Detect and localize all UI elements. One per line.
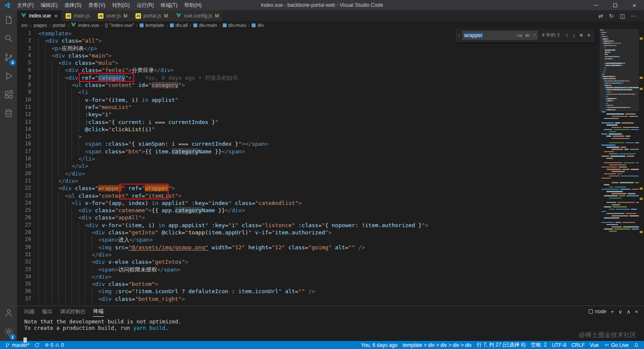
breadcrumb-item[interactable]: pages — [34, 23, 47, 28]
terminal-dropdown-chevron[interactable]: ∨ — [618, 309, 622, 315]
code-line[interactable]: 20</div> — [17, 170, 600, 177]
breadcrumb-item[interactable]: {}"index.vue" — [105, 23, 134, 28]
database-icon[interactable] — [0, 104, 17, 123]
line-number[interactable]: 33 — [17, 266, 38, 273]
menu-item[interactable]: 选择(S) — [61, 0, 85, 10]
code-line[interactable]: 15> — [17, 133, 600, 140]
history-icon[interactable]: ↻ — [609, 13, 614, 19]
line-number[interactable]: 18 — [17, 155, 38, 162]
menu-item[interactable]: 文件(F) — [14, 0, 37, 10]
line-number[interactable]: 15 — [17, 133, 38, 140]
line-number[interactable]: 31 — [17, 251, 38, 258]
line-number[interactable]: 17 — [17, 148, 38, 155]
line-number[interactable]: 9 — [17, 89, 38, 96]
line-number[interactable]: 14 — [17, 126, 38, 133]
panel-tab-输出[interactable]: 输出 — [42, 307, 53, 317]
breadcrumb-item[interactable]: src — [21, 23, 28, 28]
find-in-selection-button[interactable]: ≡ — [578, 31, 585, 39]
line-number[interactable]: 23 — [17, 192, 38, 199]
code-line[interactable]: 29<span>进入</span> — [17, 236, 600, 243]
code-line[interactable]: 35<div class="bottom"> — [17, 280, 600, 288]
breadcrumb-item[interactable]: template — [140, 23, 164, 28]
code-line[interactable]: 16<span :class="{ xianSpan: i === curren… — [17, 140, 600, 147]
code-line[interactable]: 28<div class="getInto" @click="toapp(ite… — [17, 229, 600, 236]
new-terminal-button[interactable]: + — [611, 309, 614, 315]
line-number[interactable]: 22 — [17, 185, 38, 192]
menu-item[interactable]: 终端(T) — [157, 0, 181, 10]
code-line[interactable]: 24<li v-for="(app, index) in applist" :k… — [17, 199, 600, 207]
line-number[interactable]: 24 — [17, 199, 38, 207]
find-previous-button[interactable]: ↑ — [564, 31, 571, 39]
line-number[interactable]: 13 — [17, 118, 38, 126]
maximize-button[interactable] — [606, 0, 625, 10]
tab-vue.config.js[interactable]: vue.config.jsM — [172, 10, 223, 21]
line-number[interactable]: 29 — [17, 236, 38, 243]
line-number[interactable]: 8 — [17, 81, 38, 89]
code-line[interactable]: 12:key="i" — [17, 111, 600, 118]
line-number[interactable]: 1 — [17, 30, 38, 37]
open-changes-icon[interactable]: ⇄ — [598, 13, 603, 19]
code-line[interactable]: 6<div class="fenlei">分类目录</div> — [17, 66, 600, 74]
breadcrumb-item[interactable]: portal — [53, 23, 65, 28]
source-control-icon[interactable]: 4 — [0, 48, 17, 66]
menu-item[interactable]: 运行(R) — [133, 0, 158, 10]
code-line[interactable]: 30<img src="@/assets/img/goapp.png" widt… — [17, 244, 600, 251]
code-line[interactable]: 21</div> — [17, 177, 600, 185]
breadcrumb-item[interactable]: div.all — [170, 23, 188, 28]
breadcrumb-item[interactable]: div.main — [193, 23, 217, 28]
code-line[interactable]: 8<ul class="content" id="category"> — [17, 81, 600, 89]
settings-gear-icon[interactable]: 1 — [0, 322, 17, 341]
find-toggle-replace-chevron[interactable]: › — [456, 32, 462, 38]
line-number[interactable]: 30 — [17, 244, 38, 251]
code-line[interactable]: 13:class="{ current: i === currentIndex … — [17, 118, 600, 126]
account-icon[interactable] — [0, 303, 17, 322]
explorer-icon[interactable] — [0, 10, 17, 29]
line-number[interactable]: 2 — [17, 37, 38, 44]
line-number[interactable]: 6 — [17, 66, 38, 74]
minimize-button[interactable] — [586, 0, 606, 10]
line-number[interactable]: 20 — [17, 170, 38, 177]
code-line[interactable]: 37<div class="bottom_right"> — [17, 295, 600, 303]
line-number[interactable]: 27 — [17, 222, 38, 229]
code-line[interactable]: 34</div> — [17, 273, 600, 280]
panel-tab-调试控制台[interactable]: 调试控制台 — [60, 307, 86, 317]
find-input[interactable]: wrapper Aaab.* — [462, 31, 538, 40]
code-line[interactable]: 7<div ref="category"> You, 6 days ago • … — [17, 74, 600, 81]
code-line[interactable]: 25<div class="catename">{{ app.categoryN… — [17, 207, 600, 214]
line-number[interactable]: 32 — [17, 258, 38, 265]
line-number[interactable]: 21 — [17, 177, 38, 185]
code-line[interactable]: 32<div v-else class="getIntos"> — [17, 258, 600, 265]
minimap-slider[interactable] — [600, 29, 639, 111]
menu-item[interactable]: 编辑(E) — [37, 0, 61, 10]
whole-word-icon[interactable]: ab — [524, 32, 531, 38]
code-line[interactable]: 3<p>应用列表</p> — [17, 45, 600, 52]
line-number[interactable]: 12 — [17, 111, 38, 118]
code-line[interactable]: 14@click="clickList(i)" — [17, 126, 600, 133]
panel-tab-终端[interactable]: 终端 — [93, 306, 104, 317]
find-next-button[interactable]: ↓ — [570, 31, 578, 39]
vscode-logo-icon[interactable] — [4, 2, 10, 9]
tab-main.js[interactable]: JSmain.js — [62, 10, 94, 21]
tab-portal.js[interactable]: JSportal.jsM — [132, 10, 172, 21]
code-line[interactable]: 31</div> — [17, 251, 600, 258]
tab-user.js[interactable]: JSuser.jsM — [94, 10, 132, 21]
code-line[interactable]: 23<ul class="content" ref="itemList"> — [17, 192, 600, 199]
code-line[interactable]: 10v-for="(item, i) in applist" — [17, 96, 600, 104]
code-line[interactable]: 4<div class="main"> — [17, 52, 600, 59]
terminal-output[interactable]: Note that the development build is not o… — [17, 317, 644, 343]
close-window-button[interactable]: × — [625, 0, 644, 10]
line-number[interactable]: 7 — [17, 74, 38, 81]
code-line[interactable]: 33<span>访问权限未授权</span> — [17, 266, 600, 273]
code-line[interactable]: 11ref="menuList" — [17, 104, 600, 111]
terminal-picker[interactable]: node — [589, 309, 607, 314]
code-line[interactable]: 26<div class="appAll"> — [17, 214, 600, 221]
code-line[interactable]: 19</ul> — [17, 162, 600, 170]
code-line[interactable]: 22<div class="wrapper" ref="wrapper"> — [17, 185, 600, 192]
run-debug-icon[interactable] — [0, 66, 17, 85]
tab-index.vue[interactable]: index.vue× — [17, 10, 62, 21]
menu-item[interactable]: 帮助(H) — [181, 0, 205, 10]
menu-item[interactable]: 查看(V) — [85, 0, 109, 10]
code-area[interactable]: 1<template>2<div class="all">3<p>应用列表</p… — [17, 30, 600, 303]
code-line[interactable]: 9<li — [17, 89, 600, 96]
menu-item[interactable]: 转到(G) — [109, 0, 133, 10]
